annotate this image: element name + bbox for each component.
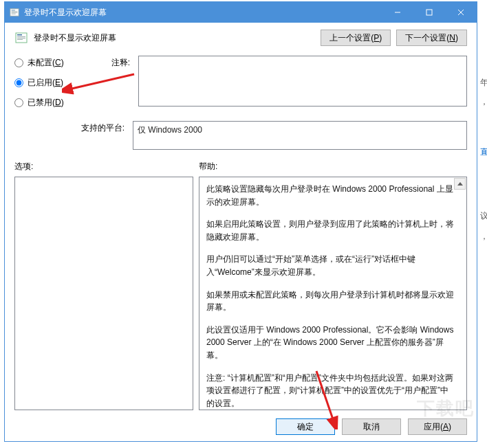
- svg-rect-3: [12, 12, 18, 13]
- radio-disabled-input[interactable]: [14, 98, 23, 107]
- radio-enabled-input[interactable]: [14, 78, 23, 87]
- next-setting-button[interactable]: 下一个设置(N): [396, 30, 467, 46]
- svg-rect-10: [17, 34, 22, 36]
- svg-rect-4: [12, 14, 16, 14]
- comment-label: 注释:: [86, 56, 133, 117]
- section-labels: 选项: 帮助:: [14, 161, 467, 172]
- platform-textarea[interactable]: 仅 Windows 2000: [133, 121, 467, 150]
- svg-rect-2: [12, 11, 18, 12]
- help-paragraph: 如果禁用或未配置此策略，则每次用户登录到计算机时都将显示欢迎屏幕。: [206, 289, 454, 314]
- footer-buttons: 确定 取消 应用(A): [14, 418, 467, 435]
- help-panel: 此策略设置隐藏每次用户登录时在 Windows 2000 Professiona…: [199, 177, 467, 410]
- ok-button[interactable]: 确定: [276, 418, 335, 435]
- apply-button[interactable]: 应用(A): [408, 418, 467, 435]
- radio-group: 未配置(C) 已启用(E) 已禁用(D): [14, 56, 80, 117]
- dialog-content: 登录时不显示欢迎屏幕 上一个设置(P) 下一个设置(N) 未配置(C) 已启用(…: [5, 23, 477, 443]
- help-paragraph: 此设置仅适用于 Windows 2000 Professional。它不会影响 …: [206, 324, 454, 362]
- radio-unconfigured-input[interactable]: [14, 58, 23, 67]
- titlebar: 登录时不显示欢迎屏幕: [5, 2, 477, 23]
- radio-disabled[interactable]: 已禁用(D): [14, 97, 80, 109]
- radio-enabled[interactable]: 已启用(E): [14, 77, 80, 89]
- help-paragraph: 注意: “计算机配置”和“用户配置”文件夹中均包括此设置。如果对这两项设置都进行…: [206, 372, 454, 410]
- titlebar-controls: [382, 2, 477, 23]
- svg-rect-1: [12, 10, 15, 11]
- options-panel[interactable]: [14, 177, 193, 410]
- panels: 此策略设置隐藏每次用户登录时在 Windows 2000 Professiona…: [14, 177, 467, 410]
- policy-title: 登录时不显示欢迎屏幕: [34, 32, 315, 44]
- config-row: 未配置(C) 已启用(E) 已禁用(D) 注释:: [14, 56, 467, 117]
- minimize-button[interactable]: [382, 2, 413, 23]
- scroll-up-button[interactable]: [454, 178, 466, 190]
- help-paragraph: 此策略设置隐藏每次用户登录时在 Windows 2000 Professiona…: [206, 183, 454, 208]
- close-button[interactable]: [445, 2, 477, 23]
- help-label: 帮助:: [199, 161, 217, 172]
- comment-textarea[interactable]: [138, 56, 467, 107]
- radio-unconfigured[interactable]: 未配置(C): [14, 57, 80, 69]
- policy-dialog-window: 登录时不显示欢迎屏幕 登录时不显示欢迎屏幕 上一个设置(P) 下一个设置(N) …: [4, 1, 477, 442]
- svg-rect-12: [17, 38, 25, 38]
- svg-rect-13: [17, 39, 23, 40]
- platform-text: 仅 Windows 2000: [138, 125, 202, 135]
- nav-buttons: 上一个设置(P) 下一个设置(N): [321, 30, 467, 46]
- header-row: 登录时不显示欢迎屏幕 上一个设置(P) 下一个设置(N): [14, 30, 467, 46]
- options-label: 选项:: [14, 161, 199, 172]
- help-text[interactable]: 此策略设置隐藏每次用户登录时在 Windows 2000 Professiona…: [199, 177, 466, 410]
- cancel-button[interactable]: 取消: [342, 418, 401, 435]
- help-paragraph: 如果启用此策略设置，则用户登录到应用了此策略的计算机上时，将隐藏欢迎屏幕。: [206, 218, 454, 243]
- platform-label: 支持的平台:: [80, 121, 127, 150]
- titlebar-title: 登录时不显示欢迎屏幕: [24, 7, 382, 19]
- policy-icon: [14, 31, 28, 45]
- svg-rect-11: [17, 36, 25, 37]
- maximize-button[interactable]: [413, 2, 445, 23]
- help-paragraph: 用户仍旧可以通过“开始”菜单选择，或在“运行”对话框中键入“Welcome”来显…: [206, 253, 454, 278]
- platform-row: 支持的平台: 仅 Windows 2000: [80, 121, 467, 150]
- prev-setting-button[interactable]: 上一个设置(P): [321, 30, 391, 46]
- svg-rect-6: [426, 10, 432, 15]
- background-page-edge: 年 ， 直 议 ，: [479, 0, 487, 448]
- policy-icon: [9, 7, 20, 18]
